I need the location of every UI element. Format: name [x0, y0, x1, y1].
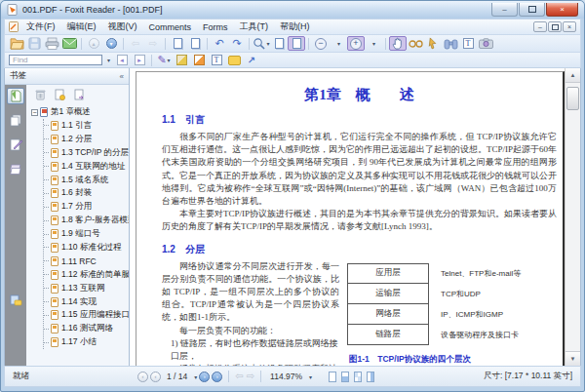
find-input[interactable]	[9, 55, 102, 65]
bookmark-item[interactable]: 1.17 小结	[44, 335, 129, 349]
bookmark-item[interactable]: 1.15 应用编程接口	[44, 308, 129, 322]
typewriter-tool-button[interactable]: T	[208, 53, 225, 67]
tab-pages[interactable]	[7, 112, 24, 129]
page-number-display[interactable]: 1 / 14	[167, 372, 187, 381]
mdi-minimize-button[interactable]: –	[533, 21, 547, 32]
marquee-zoom-button[interactable]: ▾	[253, 36, 270, 51]
bookmark-item[interactable]: 1.7 分用	[44, 200, 129, 214]
select-text-button[interactable]: T	[459, 36, 477, 51]
title-bar[interactable]: 001.PDF - Foxit Reader - [001.PDF] – ×	[1, 1, 584, 19]
bookmark-item[interactable]: 1.8 客户-服务器模型	[44, 214, 129, 227]
print-button[interactable]	[43, 36, 60, 51]
page-view-button[interactable]	[169, 36, 186, 51]
find-previous-button[interactable]: ◄	[113, 53, 131, 67]
loupe-tool-button[interactable]	[407, 36, 424, 51]
menu-edit[interactable]: 编辑(E)	[61, 20, 102, 34]
menu-help[interactable]: 帮助(H)	[274, 20, 316, 34]
export-bookmark-icon[interactable]	[74, 89, 85, 100]
snapshot-button[interactable]	[477, 36, 494, 51]
menu-comments[interactable]: Comments	[143, 20, 198, 34]
highlight-tool-button[interactable]	[173, 53, 190, 67]
delete-bookmark-icon[interactable]	[35, 89, 46, 100]
mdi-close-button[interactable]: ×	[563, 21, 576, 32]
page-up-button[interactable]: ▴	[85, 36, 102, 51]
menu-view[interactable]: 视图(V)	[102, 20, 143, 34]
menu-tools[interactable]: 工具(T)	[234, 20, 275, 34]
bookmark-item[interactable]: 1.6 封装	[44, 186, 129, 200]
single-page-layout-button[interactable]	[329, 372, 336, 382]
bookmark-item[interactable]: 1.4 互联网的地址	[44, 160, 129, 174]
bookmark-item[interactable]: 1.9 端口号	[44, 227, 129, 241]
page-down-button[interactable]: ▾	[102, 36, 120, 51]
zoom-in-button[interactable]: +	[347, 36, 365, 51]
pencil-tool-button[interactable]: ✎▾	[155, 53, 173, 67]
previous-page-button[interactable]: ‹	[150, 372, 161, 382]
zoom-level-display[interactable]: 114.97%	[270, 372, 302, 381]
hand-tool-button[interactable]	[389, 36, 407, 51]
mdi-restore-button[interactable]	[548, 21, 562, 32]
marker-tool-button[interactable]	[190, 53, 208, 67]
tab-signatures[interactable]	[7, 137, 24, 153]
tab-bookmarks[interactable]	[7, 88, 24, 104]
zoom-in-dropdown[interactable]: ▾	[365, 36, 382, 51]
note-tool-button[interactable]	[225, 53, 243, 67]
add-bookmark-icon[interactable]	[55, 89, 65, 100]
save-button[interactable]	[25, 36, 43, 51]
search-button[interactable]	[442, 36, 459, 51]
email-button[interactable]	[60, 36, 78, 51]
scroll-up-button[interactable]: ▲	[566, 68, 580, 83]
paragraph: 很多不同的厂家生产各种型号的计算机，它们运行完全不同的操作系统，但 TCP/IP…	[162, 131, 557, 208]
full-screen-button[interactable]	[186, 36, 204, 51]
open-button[interactable]	[8, 36, 25, 51]
zoom-dropdown-icon[interactable]: ▾	[309, 373, 312, 380]
first-page-button[interactable]: ‹	[137, 372, 148, 382]
zoom-out-dropdown[interactable]: ▾	[330, 36, 347, 51]
find-options-dropdown[interactable]: ▾	[103, 53, 113, 67]
continuous-layout-button[interactable]	[341, 372, 349, 382]
collapse-node-icon[interactable]: −	[31, 109, 38, 116]
fit-width-button[interactable]	[288, 36, 305, 51]
scrollbar-thumb[interactable]	[566, 87, 579, 110]
bookmark-item[interactable]: 1.1 引言	[44, 119, 129, 133]
vertical-scrollbar[interactable]: ▲ ▼	[565, 68, 580, 366]
arrow-tool-button[interactable]: ↗	[243, 53, 260, 67]
next-page-button[interactable]: ›	[199, 372, 210, 382]
minimize-button[interactable]: –	[491, 3, 518, 17]
facing-layout-button[interactable]	[354, 372, 362, 382]
menu-file[interactable]: 文件(F)	[20, 20, 61, 34]
bookmark-item[interactable]: 1.14 实现	[44, 295, 129, 309]
collapse-panel-icon[interactable]: «	[120, 72, 124, 81]
continuous-facing-layout-button[interactable]	[367, 372, 374, 382]
bookmark-item[interactable]: 1.3 TCP/IP 的分层	[44, 146, 129, 160]
zoom-out-button[interactable]: −	[312, 36, 330, 51]
document-pane[interactable]: 第1章 概 述 1.1 引言 很多不同的厂家生产各种型号的计算机，它们运行完全不…	[130, 68, 580, 366]
find-next-button[interactable]: ►	[131, 53, 148, 67]
scroll-down-button[interactable]: ▼	[566, 351, 580, 366]
page-dropdown-icon[interactable]: ▾	[194, 373, 197, 380]
bookmark-item[interactable]: 1.5 域名系统	[44, 174, 129, 187]
bookmark-item[interactable]: 1.13 互联网	[44, 282, 129, 295]
tab-comments[interactable]	[7, 293, 24, 309]
previous-view-icon[interactable]: ⇦	[235, 372, 243, 381]
close-button[interactable]: ×	[546, 3, 578, 17]
bookmark-item[interactable]: 1.12 标准的简单服务	[44, 268, 129, 282]
tab-layers[interactable]	[7, 161, 24, 177]
redo-button[interactable]: ↷	[228, 36, 246, 51]
bookmark-label: 1.4 互联网的地址	[61, 161, 125, 173]
previous-view-button[interactable]: ⇦	[127, 36, 144, 51]
menu-forms[interactable]: Forms	[197, 20, 234, 34]
bookmark-item[interactable]: 1.2 分层	[44, 133, 129, 146]
fit-page-button[interactable]	[270, 36, 288, 51]
maximize-button[interactable]	[519, 3, 545, 17]
find-toolbar: ▾ ◄ ► ✎▾ T ↗	[4, 52, 581, 68]
last-page-button[interactable]: ›	[212, 372, 222, 382]
select-annotation-button[interactable]	[424, 36, 442, 51]
bookmark-item[interactable]: 1.10 标准化过程	[44, 241, 129, 255]
bookmark-root[interactable]: − 第1 章概述	[31, 105, 129, 119]
next-view-button[interactable]: ⇨	[144, 36, 162, 51]
bookmark-item[interactable]: 1.11 RFC	[44, 255, 129, 268]
undo-button[interactable]: ↶	[211, 36, 228, 51]
pdf-page: 第1章 概 述 1.1 引言 很多不同的厂家生产各种型号的计算机，它们运行完全不…	[136, 71, 565, 366]
next-view-icon[interactable]: ⇨	[247, 372, 254, 381]
bookmark-item[interactable]: 1.16 测试网络	[44, 322, 129, 335]
